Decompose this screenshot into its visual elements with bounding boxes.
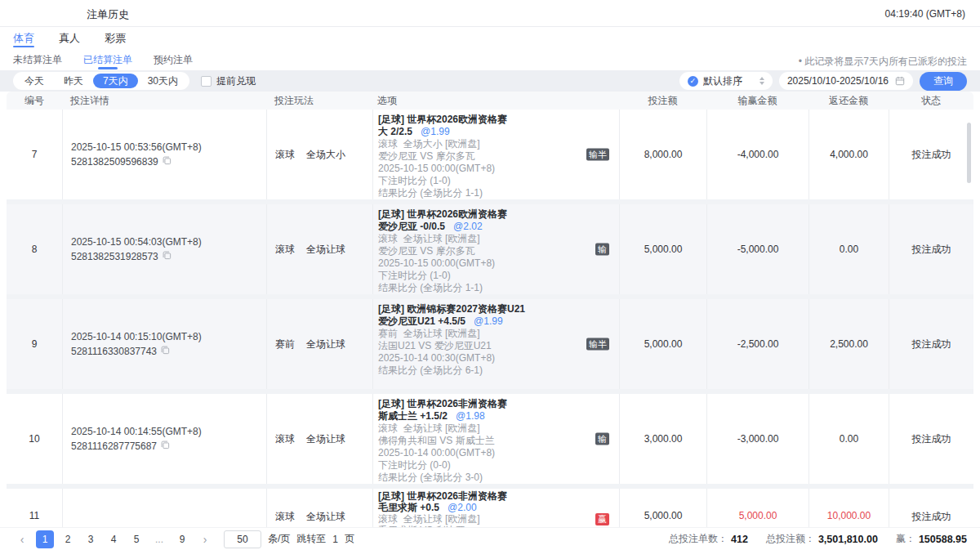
table-header-row: 编号投注详情投注玩法选项投注额输赢金额返还金额状态: [7, 92, 973, 110]
selection-text: 爱沙尼亚 -0/0.5: [378, 221, 445, 232]
sub-tab[interactable]: 预约注单: [154, 50, 193, 70]
bet-id: 5281382531928573: [71, 251, 158, 262]
quick-filter-button[interactable]: 30天内: [138, 74, 188, 88]
page-number-button[interactable]: 5: [127, 530, 145, 548]
total-value: 412: [731, 534, 748, 545]
copy-icon[interactable]: [163, 251, 172, 262]
play-type: 赛前: [275, 338, 295, 351]
jump-unit: 页: [345, 532, 354, 546]
returned-amount: 2,500.00: [808, 299, 889, 389]
bet-detail-cell: 2025-10-14 00:14:41(GMT+8): [62, 489, 266, 527]
returned-amount: 0.00: [808, 394, 889, 484]
sub-tab[interactable]: 已结算注单: [83, 50, 132, 70]
filter-right: ✓ 默认排序 2025/10/10-2025/10/16 查询: [679, 72, 967, 91]
option-detail-line: 2025-10-15 00:00(GMT+8): [378, 163, 495, 175]
option-detail-line: 赛前 全场让球 [欧洲盘]: [378, 328, 480, 340]
copy-icon[interactable]: [161, 440, 170, 452]
play-type-cell: 赛前全场让球: [266, 299, 372, 389]
play-type-cell: 滚球全场让球: [266, 204, 372, 294]
stake-amount: 8,000.00: [619, 110, 706, 199]
page-size-unit: 条/页: [268, 532, 290, 546]
selection-line: 毛里求斯 +0.5@2.00: [378, 502, 477, 513]
scrollbar-thumb[interactable]: [967, 123, 971, 183]
bet-id-row: 5281382531928573: [71, 251, 172, 262]
play-type-cell: 滚球全场让球: [266, 489, 372, 527]
prev-page-icon[interactable]: ‹: [13, 530, 31, 548]
copy-icon[interactable]: [163, 156, 172, 168]
column-header: 投注额: [619, 92, 706, 110]
early-cashout-checkbox[interactable]: 提前兑现: [201, 74, 256, 88]
stake-amount: 5,000.00: [619, 204, 706, 294]
option-cell: [足球] 世界杯2026欧洲资格赛爱沙尼亚 -0/0.5@2.02滚球 全场让球…: [372, 204, 619, 294]
column-header: 投注详情: [62, 92, 266, 110]
total-label: 赢：: [896, 532, 915, 546]
returned-amount: 4,000.00: [808, 110, 889, 199]
copy-icon[interactable]: [161, 346, 170, 357]
sort-select[interactable]: ✓ 默认排序: [679, 72, 773, 90]
bet-id: 5281116287775687: [71, 440, 157, 452]
total-item: 总投注额：3,501,810.00: [766, 532, 878, 546]
odds-value: @2.02: [453, 221, 483, 232]
option-detail-line: 2025-10-14 00:00(GMT+8): [378, 447, 495, 459]
bet-detail-cell: 2025-10-15 00:54:03(GMT+8)52813825319285…: [62, 204, 266, 294]
option-detail-line: 法国U21 VS 爱沙尼亚U21: [378, 340, 492, 352]
jump-page-input[interactable]: 1: [332, 534, 338, 545]
option-detail-line: 下注时比分 (0-0): [378, 459, 451, 472]
sorter-icon: [760, 77, 764, 85]
option-detail-line: 2025-10-15 00:00(GMT+8): [378, 257, 495, 270]
column-header: 选项: [372, 92, 619, 110]
bet-id-row: 5281116330837743: [71, 346, 170, 357]
total-item: 赢：150588.95: [896, 532, 967, 546]
bet-id: 5281382509596839: [71, 156, 158, 168]
status-text: 投注成功: [889, 489, 973, 527]
checkbox-icon[interactable]: [201, 76, 212, 87]
main-tab[interactable]: 彩票: [105, 27, 126, 50]
play-market: 全场让球: [306, 432, 345, 446]
row-number: 7: [7, 110, 62, 199]
page-number-button[interactable]: 3: [82, 530, 100, 548]
odds-value: @2.00: [448, 502, 477, 513]
main-tab[interactable]: 体育: [13, 27, 34, 50]
quick-filter-button[interactable]: 今天: [15, 74, 54, 88]
selection-text: 斯威士兰 +1.5/2: [378, 410, 448, 422]
status-text: 投注成功: [889, 110, 973, 199]
winloss-amount: 5,000.00: [706, 489, 808, 527]
play-type: 滚球: [275, 148, 295, 162]
page-number-button[interactable]: 1: [36, 530, 54, 548]
page-number-button[interactable]: 9: [173, 530, 191, 548]
bet-id-row: 5281382509596839: [71, 156, 172, 168]
option-cell: [足球] 世界杯2026非洲资格赛斯威士兰 +1.5/2@1.98滚球 全场让球…: [372, 394, 619, 484]
date-range-input[interactable]: 2025/10/10-2025/10/16: [779, 72, 913, 90]
option-cell: [足球] 世界杯2026欧洲资格赛大 2/2.5@1.99滚球 全场大小 [欧洲…: [372, 110, 619, 199]
filter-bar: 今天昨天7天内30天内 提前兑现 ✓ 默认排序 2025/10/10-2025/…: [0, 70, 980, 92]
sub-tab[interactable]: 未结算注单: [13, 50, 62, 70]
play-type: 滚球: [275, 510, 295, 524]
page-number-button[interactable]: 4: [105, 530, 122, 548]
selection-line: 爱沙尼亚U21 +4.5/5@1.99: [378, 315, 503, 328]
returned-amount: 10,000.00: [808, 489, 889, 527]
page-ellipsis: ...: [150, 530, 168, 548]
pagination: ‹12345...9›: [13, 530, 214, 548]
bet-id-row: 5281116287775687: [71, 440, 170, 452]
row-number: 11: [7, 489, 62, 527]
column-header: 返还金额: [808, 92, 889, 110]
search-button[interactable]: 查询: [920, 72, 967, 91]
option-detail-line: 2025-10-14 00:30(GMT+8): [378, 352, 495, 364]
status-text: 投注成功: [889, 204, 973, 294]
match-title: [足球] 世界杯2026欧洲资格赛: [378, 208, 507, 221]
winloss-amount: -4,000.00: [706, 110, 808, 199]
option-detail-line: 下注时比分 (1-0): [378, 270, 451, 282]
bet-detail-cell: 2025-10-15 00:53:56(GMT+8)52813825095968…: [62, 110, 266, 199]
page-number-button[interactable]: 2: [59, 530, 77, 548]
selection-text: 毛里求斯 +0.5: [378, 502, 439, 513]
quick-filter-button[interactable]: 7天内: [93, 74, 138, 88]
main-tab[interactable]: 真人: [59, 27, 80, 50]
page-size-input[interactable]: 50: [224, 530, 261, 548]
stake-amount: 5,000.00: [619, 489, 706, 527]
next-page-icon[interactable]: ›: [196, 530, 214, 548]
table-row: 112025-10-14 00:14:41(GMT+8)滚球全场让球[足球] 世…: [7, 489, 973, 527]
quick-filter-button[interactable]: 昨天: [54, 74, 93, 88]
total-label: 总投注额：: [766, 532, 815, 546]
option-detail-line: 结果比分 (全场比分 1-1): [378, 282, 483, 294]
record-note: • 此记录将显示7天内所有已派彩的投注: [799, 55, 967, 69]
